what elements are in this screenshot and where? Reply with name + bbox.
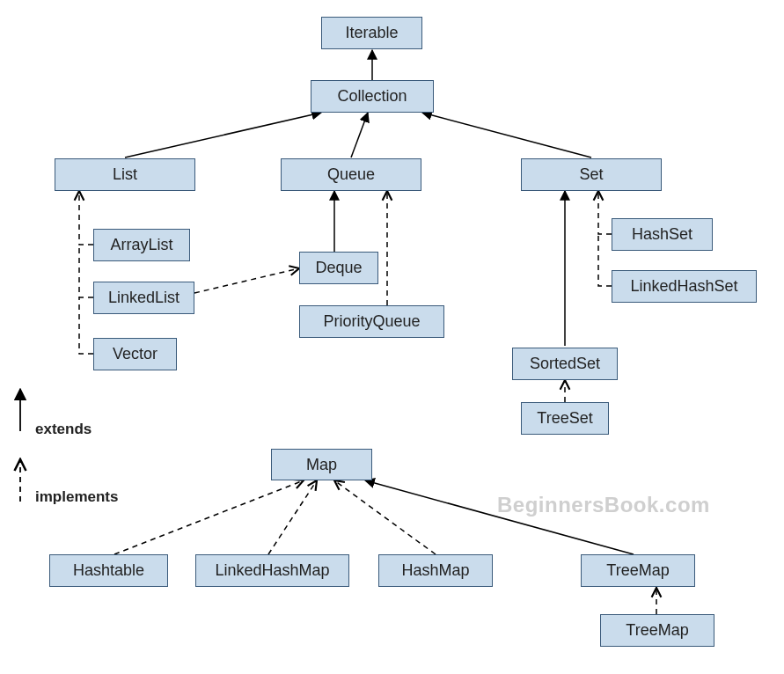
node-iterable: Iterable (321, 17, 422, 49)
node-set: Set (521, 158, 662, 191)
node-collection: Collection (311, 80, 434, 113)
legend-extends-label: extends (35, 421, 92, 438)
edge-treemap-map (365, 480, 634, 554)
edge-linkedlist-list (79, 245, 93, 297)
node-linkedhashset: LinkedHashSet (612, 270, 757, 303)
node-hashmap: HashMap (378, 554, 493, 587)
node-treeset: TreeSet (521, 402, 609, 435)
watermark: BeginnersBook.com (497, 493, 710, 517)
edge-linkedhashset-set (598, 234, 612, 286)
node-treemap: TreeMap (581, 554, 695, 587)
edge-list-collection (125, 113, 321, 158)
edge-set-collection (422, 113, 591, 158)
node-hashset: HashSet (612, 218, 713, 251)
node-sortedset: SortedSet (512, 348, 618, 380)
node-deque: Deque (299, 252, 378, 284)
node-linkedlist: LinkedList (93, 282, 194, 314)
node-priorityqueue: PriorityQueue (299, 305, 444, 338)
edge-linkedhashmap-map (268, 480, 317, 554)
edge-hashmap-map (334, 480, 436, 554)
edge-hashset-set (598, 191, 612, 234)
node-list: List (55, 158, 195, 191)
node-vector: Vector (93, 338, 177, 370)
edge-arraylist-list (79, 191, 93, 245)
edge-vector-list (79, 297, 93, 354)
legend-implements-label: implements (35, 488, 118, 506)
node-linkedhashmap: LinkedHashMap (195, 554, 349, 587)
node-queue: Queue (281, 158, 421, 191)
edge-queue-collection (351, 113, 368, 158)
node-map: Map (271, 449, 372, 480)
edge-linkedlist-deque (194, 268, 299, 293)
node-arraylist: ArrayList (93, 229, 190, 261)
node-hashtable: Hashtable (49, 554, 168, 587)
edge-hashtable-map (114, 480, 304, 554)
node-treemap2: TreeMap (600, 614, 714, 647)
